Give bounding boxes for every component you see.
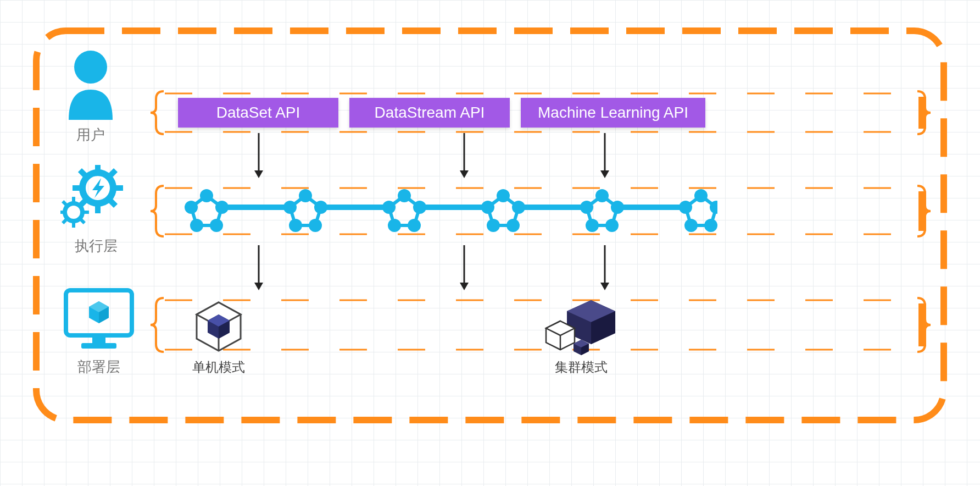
- svg-rect-31: [918, 191, 926, 231]
- execution-layer-icon-block: 执行层: [60, 165, 132, 256]
- graph-pentagon-chain: [179, 186, 717, 239]
- api-box-label: DataStream API: [375, 104, 485, 122]
- api-box-label: Machine Learning API: [538, 104, 688, 122]
- arrow-down-icon: [597, 243, 613, 292]
- svg-rect-15: [84, 211, 89, 214]
- svg-rect-22: [81, 343, 116, 349]
- cluster-mode-label: 集群模式: [555, 358, 608, 376]
- api-box-ml: Machine Learning API: [521, 98, 705, 128]
- svg-rect-13: [72, 223, 75, 228]
- arrow-down-icon: [250, 243, 267, 292]
- user-layer-icon-block: 用户: [60, 48, 121, 145]
- api-box-dataset: DataSet API: [178, 98, 338, 128]
- svg-rect-52: [918, 303, 926, 346]
- standalone-cube-icon: [191, 299, 246, 354]
- standalone-mode-label: 单机模式: [192, 358, 245, 376]
- arrow-down-icon: [250, 131, 267, 180]
- gear-lightning-icon: [60, 165, 132, 231]
- execution-layer-label: 执行层: [75, 236, 118, 256]
- arrow-down-icon: [456, 243, 472, 292]
- cluster-cubes-icon: [536, 297, 624, 357]
- svg-rect-14: [60, 211, 63, 214]
- arrow-down-icon: [456, 131, 472, 180]
- svg-point-11: [65, 203, 82, 221]
- svg-rect-12: [72, 197, 75, 202]
- user-layer-label: 用户: [76, 125, 105, 145]
- svg-rect-3: [95, 165, 101, 170]
- svg-rect-5: [73, 185, 80, 191]
- api-box-label: DataSet API: [216, 104, 300, 122]
- svg-rect-6: [115, 185, 123, 191]
- api-box-datastream: DataStream API: [349, 98, 510, 128]
- arrow-down-icon: [597, 131, 613, 180]
- deployment-layer-label: 部署层: [77, 357, 120, 377]
- svg-point-1: [74, 51, 107, 84]
- svg-rect-25: [918, 97, 926, 129]
- deployment-layer-icon-block: 部署层: [60, 286, 137, 377]
- user-icon: [60, 48, 121, 120]
- svg-rect-4: [95, 206, 101, 213]
- monitor-cube-icon: [60, 286, 137, 352]
- svg-rect-21: [92, 336, 105, 343]
